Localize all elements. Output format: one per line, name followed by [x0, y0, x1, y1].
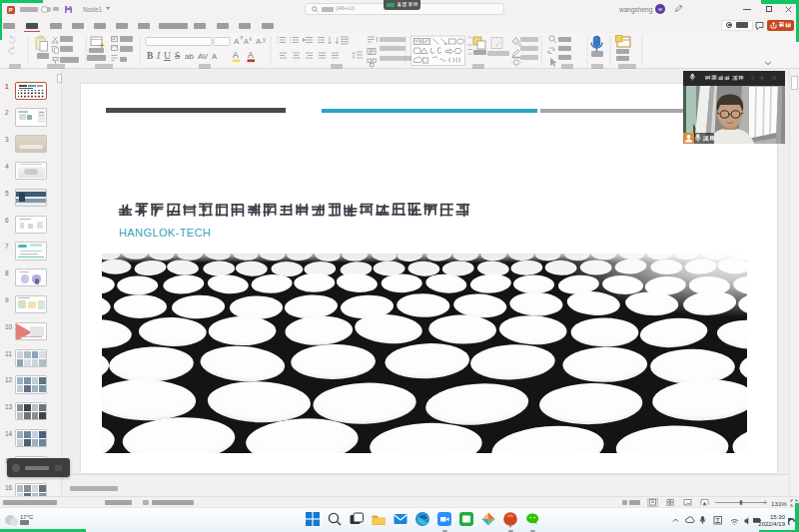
svg-text:S: S [175, 51, 180, 61]
svg-text:U: U [164, 51, 171, 61]
svg-text:A: A [234, 37, 240, 46]
svg-text:A: A [244, 38, 249, 45]
svg-text:A: A [212, 52, 217, 61]
svg-text:I: I [156, 51, 161, 61]
svg-text:ab: ab [185, 52, 194, 61]
svg-text:A: A [256, 37, 262, 46]
svg-text:A: A [233, 50, 239, 60]
svg-text:B: B [147, 51, 154, 61]
svg-text:A: A [248, 50, 254, 60]
svg-text:AV: AV [198, 52, 209, 61]
